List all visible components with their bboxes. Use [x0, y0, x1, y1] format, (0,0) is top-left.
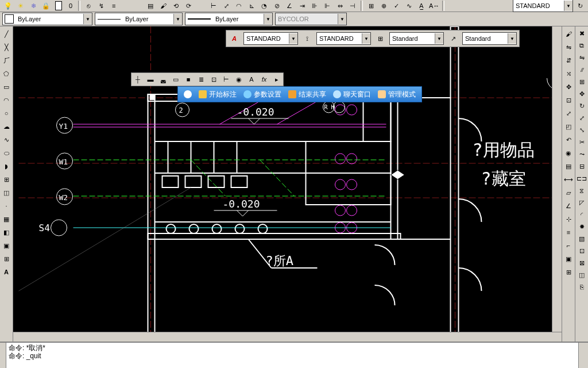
- fx-icon[interactable]: fx: [258, 73, 270, 86]
- freeze-icon[interactable]: ❄: [28, 0, 39, 12]
- circle-icon[interactable]: ○: [0, 107, 13, 120]
- text-icon[interactable]: A: [245, 73, 258, 86]
- mleader-style-icon[interactable]: ↗: [447, 33, 459, 44]
- dim-icon[interactable]: ⊢: [220, 73, 233, 86]
- dim-continue-icon[interactable]: ⊩: [322, 0, 333, 12]
- dimstyle-input[interactable]: [513, 2, 564, 9]
- mirror-h-icon[interactable]: ⇋: [562, 41, 575, 53]
- canvas-hscrollbar[interactable]: [13, 332, 562, 342]
- column-icon[interactable]: ■: [182, 73, 195, 86]
- mtext-icon[interactable]: A: [0, 266, 13, 278]
- mleader-style-input[interactable]: [463, 35, 508, 42]
- chamfer-icon[interactable]: ◸: [576, 197, 587, 208]
- dim-space-icon[interactable]: ⇔: [334, 0, 346, 12]
- table-icon[interactable]: ⊞: [0, 252, 13, 265]
- light-bulb-icon[interactable]: 💡: [2, 0, 14, 12]
- dim-aligned-icon[interactable]: ⤢: [220, 0, 232, 12]
- room-icon[interactable]: ⊡: [207, 73, 220, 86]
- line-icon[interactable]: ╱: [0, 28, 13, 40]
- id-icon[interactable]: ⊹: [562, 213, 575, 225]
- ellipse-arc-icon[interactable]: ◗: [0, 160, 13, 172]
- rect-icon[interactable]: ▭: [0, 80, 13, 93]
- text-style-combo[interactable]: ▼: [243, 32, 298, 45]
- move-icon[interactable]: ✥: [576, 88, 587, 99]
- chat-button[interactable]: 聊天窗口: [333, 90, 371, 99]
- zoom-ext-icon[interactable]: ⤢: [562, 107, 575, 120]
- chevron-down-icon[interactable]: ▼: [564, 1, 572, 11]
- flip-icon[interactable]: ⤭: [562, 67, 575, 80]
- tool-icon[interactable]: ↯: [95, 0, 107, 12]
- wall-icon[interactable]: ▬: [144, 73, 157, 86]
- lineweight-input[interactable]: [213, 16, 264, 22]
- props-icon[interactable]: ▤: [145, 0, 156, 12]
- chevron-down-icon[interactable]: ▼: [173, 14, 182, 24]
- ucs-icon[interactable]: ⌐: [562, 239, 575, 252]
- xref-icon[interactable]: ⎘: [576, 281, 587, 293]
- text-style-input[interactable]: [244, 35, 289, 42]
- lock-icon[interactable]: 🔒: [40, 0, 52, 12]
- dim-break-icon[interactable]: ⊣: [347, 0, 358, 12]
- paint-icon[interactable]: 🖌: [562, 28, 575, 40]
- zoom-prev-icon[interactable]: ↶: [562, 133, 575, 146]
- mleader-style-combo[interactable]: ▼: [462, 32, 517, 45]
- point-icon[interactable]: ·: [0, 200, 13, 212]
- extend-icon[interactable]: ⤳: [576, 148, 587, 160]
- start-annotate-button[interactable]: 开始标注: [199, 90, 237, 99]
- window-icon[interactable]: ▭: [169, 73, 182, 86]
- dim-edit-icon[interactable]: A̲: [416, 0, 427, 12]
- erase-icon[interactable]: ✖: [576, 28, 587, 39]
- chevron-down-icon[interactable]: ▼: [362, 33, 370, 44]
- canvas-vscrollbar[interactable]: [552, 26, 562, 332]
- dim-quick-icon[interactable]: ⇥: [296, 0, 308, 12]
- plotstyle-combo[interactable]: ▼: [275, 13, 347, 25]
- group-icon[interactable]: ⊡: [576, 245, 587, 256]
- end-share-button[interactable]: 结束共享: [288, 90, 326, 99]
- dim-style-combo[interactable]: ▼: [316, 32, 371, 45]
- match-icon[interactable]: 🖌: [157, 0, 169, 12]
- dim-linear-icon[interactable]: ⊢: [208, 0, 219, 12]
- dist-icon[interactable]: ⟷: [562, 173, 575, 186]
- pan-icon[interactable]: ✥: [562, 80, 575, 93]
- break-icon[interactable]: ⊏⊐: [576, 172, 587, 184]
- jog-icon[interactable]: ∿: [403, 0, 415, 12]
- scale-icon[interactable]: ⤢: [576, 112, 587, 124]
- pline-icon[interactable]: ⺁: [0, 54, 13, 67]
- center-mark-icon[interactable]: ⊕: [378, 0, 389, 12]
- fillet-icon[interactable]: ◜: [576, 209, 587, 220]
- grips-icon[interactable]: ⊡: [562, 94, 575, 106]
- collab-search-button[interactable]: [184, 90, 192, 98]
- dim-tedit-icon[interactable]: A↔: [428, 0, 440, 12]
- dim-arc-icon[interactable]: ◠: [233, 0, 245, 12]
- stair-icon[interactable]: ≣: [195, 73, 207, 86]
- dim-ordinate-icon[interactable]: ⊾: [246, 0, 257, 12]
- revcloud-icon[interactable]: ☁: [0, 120, 13, 133]
- join-icon[interactable]: ⧖: [576, 185, 587, 196]
- chevron-down-icon[interactable]: ▼: [508, 33, 516, 44]
- offset-icon[interactable]: ⫽: [576, 64, 587, 75]
- table-style-input[interactable]: [390, 35, 435, 42]
- dimstyle-combo[interactable]: ▼: [513, 0, 573, 12]
- symbol-icon[interactable]: ◉: [233, 73, 245, 86]
- chevron-down-icon[interactable]: ▼: [289, 33, 297, 44]
- layer-color-combo[interactable]: ▼: [2, 13, 92, 25]
- dim-update-icon[interactable]: ↻: [574, 0, 586, 12]
- inspect-icon[interactable]: ✓: [390, 0, 402, 12]
- more-icon[interactable]: ▸: [270, 73, 283, 86]
- ungroup-icon[interactable]: ⊠: [576, 257, 587, 269]
- table-style-combo[interactable]: ▼: [389, 32, 444, 45]
- admin-mode-button[interactable]: 管理模式: [378, 90, 416, 99]
- list-icon[interactable]: ≡: [562, 226, 575, 239]
- cmd-scrollbar[interactable]: [578, 343, 588, 368]
- linetype-combo[interactable]: ▼: [95, 13, 183, 25]
- dim-style-input[interactable]: [317, 35, 362, 42]
- arc-icon[interactable]: ◠: [0, 94, 13, 106]
- tool-icon[interactable]: ⟳: [183, 0, 194, 12]
- tool-icon[interactable]: ⟲: [170, 0, 181, 12]
- lineweight-combo[interactable]: ▼: [185, 13, 273, 25]
- insert-block-icon[interactable]: ⊞: [0, 173, 13, 186]
- layer-iso-icon[interactable]: ▤: [562, 160, 575, 172]
- array-icon[interactable]: ⊞: [576, 76, 587, 87]
- break-pt-icon[interactable]: ⊟: [576, 160, 587, 172]
- view-icon[interactable]: ▣: [562, 252, 575, 265]
- region-icon[interactable]: ▣: [0, 239, 13, 252]
